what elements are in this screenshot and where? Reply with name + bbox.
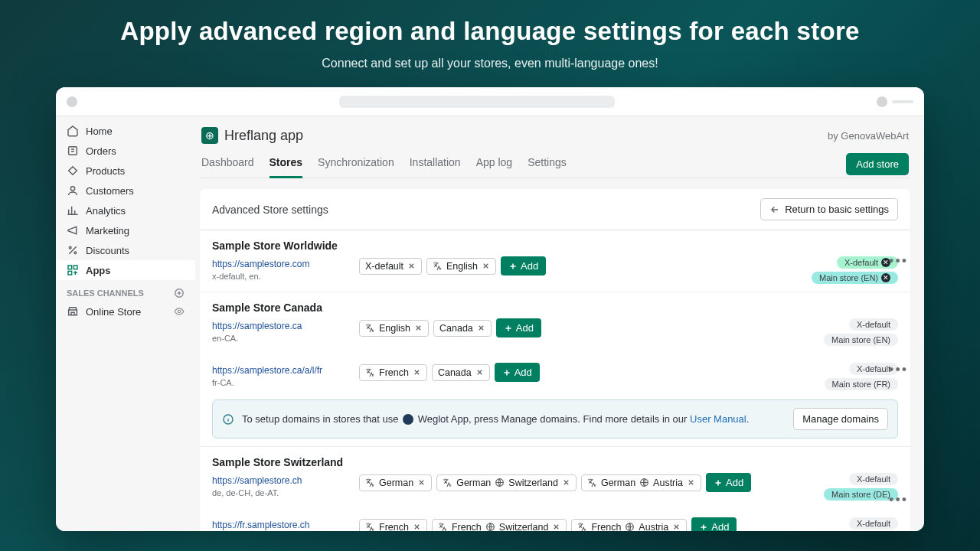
locale-chip[interactable]: GermanSwitzerland	[436, 474, 577, 491]
sidebar-item-customers[interactable]: Customers	[56, 181, 195, 201]
add-locale-button[interactable]: Add	[501, 256, 546, 276]
store-url-link[interactable]: https://samplestore.com	[212, 259, 309, 269]
chip-remove-icon[interactable]	[413, 368, 421, 377]
pill-label: Main store (FR)	[832, 380, 890, 389]
add-locale-button[interactable]: Add	[495, 363, 540, 382]
sidebar-item-home[interactable]: Home	[56, 121, 195, 141]
chip-remove-icon[interactable]	[482, 262, 490, 270]
sidebar-item-online-store[interactable]: Online Store	[56, 302, 195, 321]
tab-installation[interactable]: Installation	[410, 150, 461, 178]
pill-label: X-default	[857, 320, 890, 329]
language-icon	[365, 367, 375, 377]
globe-icon	[625, 522, 635, 531]
locale-chip[interactable]: Canada	[432, 364, 490, 381]
add-store-button[interactable]: Add store	[846, 153, 909, 175]
store-url-link[interactable]: https://fr.samplestore.ch	[212, 520, 309, 530]
chip-remove-icon[interactable]	[562, 478, 570, 487]
locale-chip[interactable]: Canada	[433, 320, 492, 337]
overflow-menu-icon[interactable]: •••	[886, 358, 910, 380]
status-pill[interactable]: X-default	[849, 318, 898, 331]
chip-remove-icon[interactable]	[552, 523, 560, 531]
overflow-menu-icon[interactable]: •••	[886, 250, 910, 272]
svg-point-1	[70, 187, 74, 191]
store-url-link[interactable]: https://samplestore.ch	[212, 475, 302, 486]
user-manual-link[interactable]: User Manual	[690, 413, 746, 425]
chip-remove-icon[interactable]	[413, 523, 421, 531]
locale-chip[interactable]: FrenchAustria	[571, 519, 687, 532]
app-logo-icon: ⊕	[201, 127, 218, 144]
chip-remove-icon[interactable]	[477, 324, 485, 332]
locale-chip[interactable]: FrenchSwitzerland	[432, 519, 567, 532]
add-locale-button[interactable]: Add	[706, 473, 751, 492]
locale-chip[interactable]: English	[359, 320, 429, 337]
orders-icon	[67, 145, 79, 157]
status-pill[interactable]: X-default	[849, 473, 898, 485]
status-pill[interactable]: Main store (EN)	[824, 334, 898, 346]
store-locale-row: https://samplestore.ca/a/l/fr fr-CA. Fre…	[212, 355, 898, 390]
chip-remove-icon[interactable]	[475, 368, 484, 377]
add-locale-button[interactable]: Add	[496, 318, 541, 337]
sidebar-item-label: Apps	[86, 265, 111, 276]
chip-remove-icon[interactable]	[414, 324, 423, 332]
tag-icon	[67, 165, 79, 177]
store-block: Sample Store Switzerland https://samples…	[200, 447, 910, 531]
globe-icon	[639, 478, 649, 487]
sidebar-item-marketing[interactable]: Marketing	[56, 220, 195, 240]
chip-region: Switzerland	[499, 522, 549, 532]
pill-remove-icon[interactable]: ✕	[881, 273, 890, 282]
sales-channels-heading: SALES CHANNELS	[56, 280, 195, 302]
return-button[interactable]: Return to basic settings	[760, 198, 898, 220]
chip-remove-icon[interactable]	[672, 523, 681, 531]
sidebar-item-label: Orders	[86, 145, 116, 157]
manage-domains-button[interactable]: Manage domains	[793, 408, 888, 430]
status-pills: X-defaultMain store (FR)	[808, 517, 898, 531]
status-pill[interactable]: Main store (EN)✕	[812, 272, 898, 284]
tab-stores[interactable]: Stores	[270, 150, 303, 178]
eye-icon[interactable]	[174, 306, 185, 317]
sidebar: Home Orders Products Customers Analytics…	[56, 116, 195, 531]
searchbar[interactable]	[83, 96, 871, 108]
status-pills: X-defaultMain store (FR)	[808, 363, 898, 390]
chip-region: Switzerland	[508, 478, 558, 488]
locale-chip[interactable]: French	[359, 519, 427, 532]
add-channel-icon[interactable]	[174, 288, 185, 298]
avatar-icon[interactable]	[877, 96, 887, 107]
sidebar-item-label: Products	[86, 165, 125, 177]
language-icon	[577, 522, 587, 531]
chip-label: French	[591, 522, 621, 532]
svg-rect-5	[74, 266, 77, 269]
chip-label: Canada	[438, 367, 472, 378]
locale-chips: GermanGermanSwitzerlandGermanAustriaAdd	[359, 473, 792, 492]
info-icon	[222, 413, 234, 425]
sidebar-item-analytics[interactable]: Analytics	[56, 201, 195, 220]
tab-app-log[interactable]: App log	[476, 150, 512, 178]
store-url-link[interactable]: https://samplestore.ca/a/l/fr	[212, 365, 322, 376]
tab-settings[interactable]: Settings	[528, 150, 567, 178]
store-url-link[interactable]: https://samplestore.ca	[212, 321, 302, 331]
add-locale-button[interactable]: Add	[691, 517, 737, 531]
language-icon	[365, 478, 375, 487]
locale-chip[interactable]: English	[426, 258, 496, 275]
sidebar-item-apps[interactable]: Apps	[56, 260, 195, 280]
chip-label: English	[446, 261, 478, 272]
overflow-menu-icon[interactable]: •••	[886, 489, 910, 511]
chip-remove-icon[interactable]	[417, 478, 426, 487]
tab-dashboard[interactable]: Dashboard	[201, 150, 254, 178]
megaphone-icon	[67, 224, 79, 236]
sidebar-item-discounts[interactable]: Discounts	[56, 240, 195, 260]
status-pill[interactable]: X-default	[849, 517, 898, 530]
locale-chip[interactable]: German	[359, 474, 432, 491]
locale-chips: FrenchFrenchSwitzerlandFrenchAustriaAdd	[359, 517, 792, 531]
chip-remove-icon[interactable]	[687, 478, 695, 487]
chip-label: French	[379, 367, 409, 378]
locale-chip[interactable]: GermanAustria	[581, 474, 701, 491]
locale-chip[interactable]: X-default	[359, 258, 422, 275]
locale-chip[interactable]: French	[359, 364, 427, 381]
chip-remove-icon[interactable]	[407, 262, 416, 270]
tab-synchronization[interactable]: Synchronization	[318, 150, 394, 178]
weglot-icon	[403, 414, 413, 425]
sidebar-item-orders[interactable]: Orders	[56, 141, 195, 161]
language-icon	[587, 478, 597, 487]
sidebar-item-products[interactable]: Products	[56, 161, 195, 181]
language-icon	[443, 478, 452, 487]
